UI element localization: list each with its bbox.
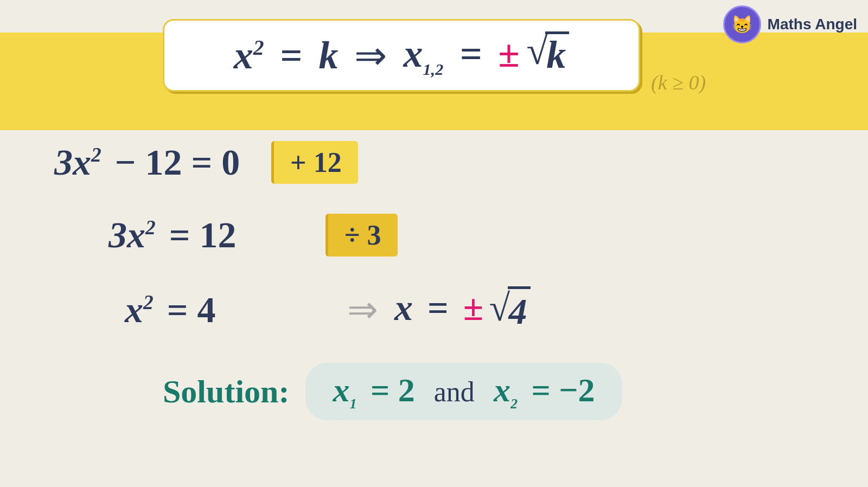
equals-op2: = <box>450 31 492 76</box>
step3-row: x2 = 4 ⇒ x = ± √ 4 <box>125 286 814 333</box>
step2-lhs: 3x2 = 12 <box>108 214 315 257</box>
x-var: x2 <box>234 33 264 78</box>
step3-rhs: x = ± √ 4 <box>394 286 531 333</box>
sqrt-expr: √ k <box>526 31 570 74</box>
logo-icon: 😸 <box>723 5 761 43</box>
solution-x2: x2 = −2 <box>494 371 595 412</box>
step3-arrow: ⇒ <box>347 288 378 331</box>
logo-text: Maths Angel <box>768 16 857 33</box>
solution-label: Solution: <box>163 373 289 411</box>
sqrt-4: √ 4 <box>489 286 530 333</box>
sqrt-content: k <box>545 31 569 74</box>
step2-hint: ÷ 3 <box>326 214 398 257</box>
solution-box: x1 = 2 and x2 = −2 <box>305 363 622 420</box>
step3-lhs: x2 = 4 <box>125 289 331 331</box>
solution-x1: x1 = 2 <box>333 371 414 412</box>
solution-and: and <box>434 376 475 408</box>
formula-left: x2 = k <box>234 33 339 78</box>
k-var: k <box>318 33 338 78</box>
sqrt-radical: √ <box>526 31 548 71</box>
step1-row: 3x2 − 12 = 0 + 12 <box>54 141 814 184</box>
step1-hint: + 12 <box>271 141 358 184</box>
x12-var: x1,2 <box>403 31 443 79</box>
implies-arrow: ⇒ <box>354 33 387 79</box>
step2-row: 3x2 = 12 ÷ 3 <box>108 214 814 257</box>
formula-box: x2 = k ⇒ x1,2 = ± √ k <box>163 19 640 92</box>
logo-area: 😸 Maths Angel <box>723 5 857 43</box>
main-content: 3x2 − 12 = 0 + 12 3x2 = 12 ÷ 3 x2 = 4 ⇒ … <box>54 141 814 420</box>
equals-op: = <box>270 33 312 78</box>
solution-row: Solution: x1 = 2 and x2 = −2 <box>163 363 814 420</box>
step1-lhs: 3x2 − 12 = 0 <box>54 141 260 184</box>
k-condition: (k ≥ 0) <box>651 71 706 94</box>
plusminus-sym: ± <box>498 31 520 76</box>
formula-right: x1,2 = ± √ k <box>403 31 569 79</box>
pm-sign: ± <box>463 286 483 329</box>
